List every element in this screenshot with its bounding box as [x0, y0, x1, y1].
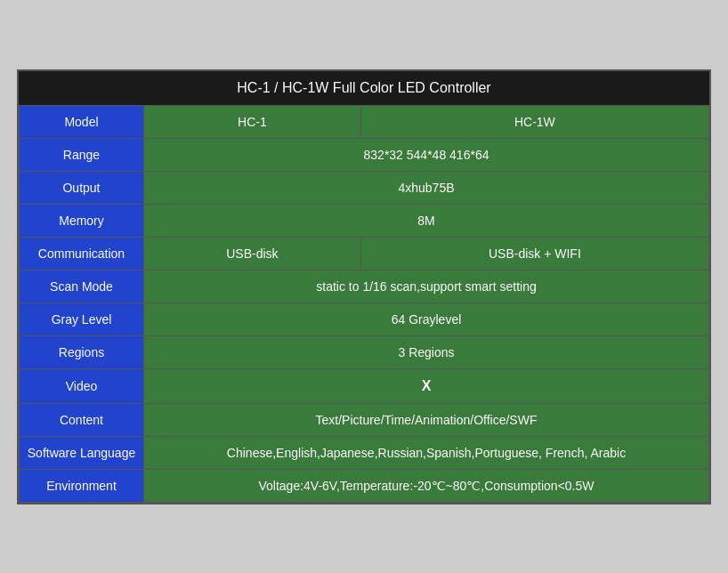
row-value: 3 Regions	[144, 335, 709, 368]
table-row: EnvironmentVoltage:4V-6V,Temperature:-20…	[20, 469, 709, 502]
row-value: Chinese,English,Japanese,Russian,Spanish…	[144, 436, 709, 469]
row-label: Memory	[20, 204, 144, 237]
table-row: Software LanguageChinese,English,Japanes…	[20, 436, 709, 469]
specs-table: ModelHC-1HC-1WRange832*32 544*48 416*64O…	[19, 105, 709, 503]
row-value: Text/Picture/Time/Animation/Office/SWF	[144, 403, 709, 436]
table-row: VideoX	[20, 368, 709, 403]
row-value: Voltage:4V-6V,Temperature:-20℃~80℃,Consu…	[144, 469, 709, 502]
row-value: 8M	[144, 204, 709, 237]
row-value-col2: USB-disk + WIFI	[360, 237, 708, 270]
table-title: HC-1 / HC-1W Full Color LED Controller	[19, 71, 709, 105]
main-table-wrapper: HC-1 / HC-1W Full Color LED Controller M…	[17, 69, 711, 504]
table-row: Range832*32 544*48 416*64	[20, 138, 709, 171]
row-label: Content	[20, 403, 144, 436]
row-label: Gray Level	[20, 303, 144, 335]
row-label: Regions	[20, 335, 144, 368]
row-label: Scan Mode	[20, 270, 144, 303]
table-row: Regions3 Regions	[20, 335, 709, 368]
table-row: ModelHC-1HC-1W	[20, 105, 709, 138]
row-value: 832*32 544*48 416*64	[144, 138, 709, 171]
row-label: Software Language	[20, 436, 144, 469]
table-row: ContentText/Picture/Time/Animation/Offic…	[20, 403, 709, 436]
table-row: Memory8M	[20, 204, 709, 237]
row-label: Model	[20, 105, 144, 138]
row-value: 4xhub75B	[144, 171, 709, 204]
row-value: 64 Graylevel	[144, 303, 709, 335]
row-label: Communication	[20, 237, 144, 270]
table-row: Gray Level64 Graylevel	[20, 303, 709, 335]
row-value-col2: HC-1W	[360, 105, 708, 138]
table-row: Output4xhub75B	[20, 171, 709, 204]
table-row: Scan Modestatic to 1/16 scan,support sma…	[20, 270, 709, 303]
row-label: Environment	[20, 469, 144, 502]
row-value: static to 1/16 scan,support smart settin…	[144, 270, 709, 303]
row-value-col1: USB-disk	[144, 237, 361, 270]
row-label: Range	[20, 138, 144, 171]
row-value: X	[144, 368, 709, 403]
row-value-col1: HC-1	[144, 105, 361, 138]
row-label: Output	[20, 171, 144, 204]
table-row: CommunicationUSB-diskUSB-disk + WIFI	[20, 237, 709, 270]
row-label: Video	[20, 368, 144, 403]
